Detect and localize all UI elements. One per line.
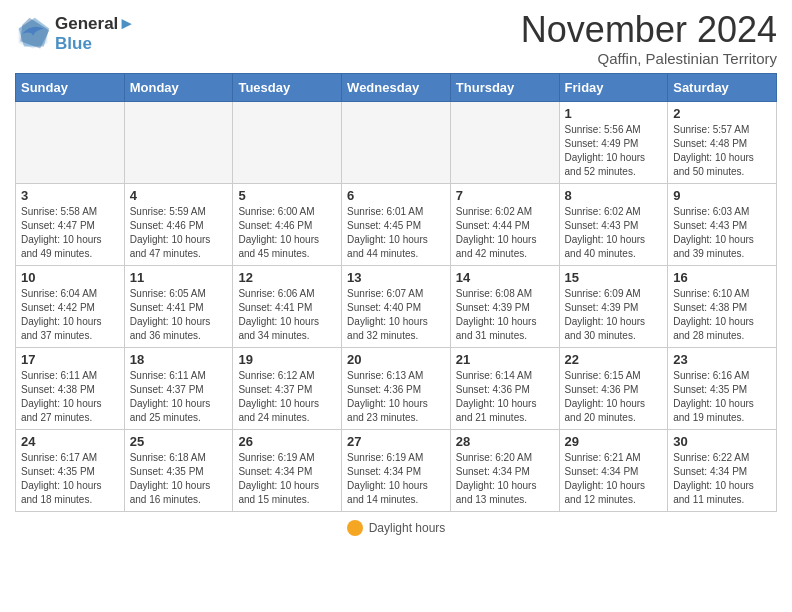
calendar-cell: 1Sunrise: 5:56 AM Sunset: 4:49 PM Daylig… xyxy=(559,101,668,183)
day-info: Sunrise: 6:02 AM Sunset: 4:43 PM Dayligh… xyxy=(565,205,663,261)
calendar-cell xyxy=(16,101,125,183)
calendar-cell: 30Sunrise: 6:22 AM Sunset: 4:34 PM Dayli… xyxy=(668,429,777,511)
logo-icon xyxy=(15,16,51,52)
calendar-week-row: 3Sunrise: 5:58 AM Sunset: 4:47 PM Daylig… xyxy=(16,183,777,265)
day-info: Sunrise: 6:05 AM Sunset: 4:41 PM Dayligh… xyxy=(130,287,228,343)
day-number: 15 xyxy=(565,270,663,285)
day-number: 22 xyxy=(565,352,663,367)
calendar-cell: 11Sunrise: 6:05 AM Sunset: 4:41 PM Dayli… xyxy=(124,265,233,347)
header-thursday: Thursday xyxy=(450,73,559,101)
footer: Daylight hours xyxy=(15,520,777,536)
calendar-cell: 8Sunrise: 6:02 AM Sunset: 4:43 PM Daylig… xyxy=(559,183,668,265)
day-info: Sunrise: 6:12 AM Sunset: 4:37 PM Dayligh… xyxy=(238,369,336,425)
calendar-week-row: 1Sunrise: 5:56 AM Sunset: 4:49 PM Daylig… xyxy=(16,101,777,183)
day-info: Sunrise: 5:56 AM Sunset: 4:49 PM Dayligh… xyxy=(565,123,663,179)
day-number: 28 xyxy=(456,434,554,449)
calendar-cell: 19Sunrise: 6:12 AM Sunset: 4:37 PM Dayli… xyxy=(233,347,342,429)
calendar-cell: 4Sunrise: 5:59 AM Sunset: 4:46 PM Daylig… xyxy=(124,183,233,265)
day-info: Sunrise: 6:19 AM Sunset: 4:34 PM Dayligh… xyxy=(347,451,445,507)
calendar-cell: 5Sunrise: 6:00 AM Sunset: 4:46 PM Daylig… xyxy=(233,183,342,265)
calendar-cell: 2Sunrise: 5:57 AM Sunset: 4:48 PM Daylig… xyxy=(668,101,777,183)
calendar-cell: 24Sunrise: 6:17 AM Sunset: 4:35 PM Dayli… xyxy=(16,429,125,511)
header-friday: Friday xyxy=(559,73,668,101)
weekday-header-row: Sunday Monday Tuesday Wednesday Thursday… xyxy=(16,73,777,101)
day-info: Sunrise: 6:21 AM Sunset: 4:34 PM Dayligh… xyxy=(565,451,663,507)
calendar-cell xyxy=(342,101,451,183)
day-number: 21 xyxy=(456,352,554,367)
day-number: 13 xyxy=(347,270,445,285)
calendar-week-row: 10Sunrise: 6:04 AM Sunset: 4:42 PM Dayli… xyxy=(16,265,777,347)
day-number: 5 xyxy=(238,188,336,203)
day-number: 7 xyxy=(456,188,554,203)
calendar-cell: 10Sunrise: 6:04 AM Sunset: 4:42 PM Dayli… xyxy=(16,265,125,347)
calendar-cell: 14Sunrise: 6:08 AM Sunset: 4:39 PM Dayli… xyxy=(450,265,559,347)
day-info: Sunrise: 6:04 AM Sunset: 4:42 PM Dayligh… xyxy=(21,287,119,343)
calendar-cell: 17Sunrise: 6:11 AM Sunset: 4:38 PM Dayli… xyxy=(16,347,125,429)
header-wednesday: Wednesday xyxy=(342,73,451,101)
calendar-cell: 18Sunrise: 6:11 AM Sunset: 4:37 PM Dayli… xyxy=(124,347,233,429)
day-number: 14 xyxy=(456,270,554,285)
day-info: Sunrise: 6:15 AM Sunset: 4:36 PM Dayligh… xyxy=(565,369,663,425)
day-info: Sunrise: 6:00 AM Sunset: 4:46 PM Dayligh… xyxy=(238,205,336,261)
day-info: Sunrise: 6:22 AM Sunset: 4:34 PM Dayligh… xyxy=(673,451,771,507)
day-number: 30 xyxy=(673,434,771,449)
sun-icon xyxy=(347,520,363,536)
day-number: 29 xyxy=(565,434,663,449)
calendar-cell: 7Sunrise: 6:02 AM Sunset: 4:44 PM Daylig… xyxy=(450,183,559,265)
calendar-cell: 6Sunrise: 6:01 AM Sunset: 4:45 PM Daylig… xyxy=(342,183,451,265)
calendar-week-row: 24Sunrise: 6:17 AM Sunset: 4:35 PM Dayli… xyxy=(16,429,777,511)
day-info: Sunrise: 6:11 AM Sunset: 4:38 PM Dayligh… xyxy=(21,369,119,425)
day-number: 11 xyxy=(130,270,228,285)
header: General► Blue November 2024 Qaffin, Pale… xyxy=(15,10,777,67)
header-sunday: Sunday xyxy=(16,73,125,101)
day-info: Sunrise: 5:57 AM Sunset: 4:48 PM Dayligh… xyxy=(673,123,771,179)
calendar-cell: 9Sunrise: 6:03 AM Sunset: 4:43 PM Daylig… xyxy=(668,183,777,265)
calendar-cell: 25Sunrise: 6:18 AM Sunset: 4:35 PM Dayli… xyxy=(124,429,233,511)
calendar-cell: 3Sunrise: 5:58 AM Sunset: 4:47 PM Daylig… xyxy=(16,183,125,265)
calendar-week-row: 17Sunrise: 6:11 AM Sunset: 4:38 PM Dayli… xyxy=(16,347,777,429)
calendar-table: Sunday Monday Tuesday Wednesday Thursday… xyxy=(15,73,777,512)
day-info: Sunrise: 6:16 AM Sunset: 4:35 PM Dayligh… xyxy=(673,369,771,425)
header-tuesday: Tuesday xyxy=(233,73,342,101)
day-number: 24 xyxy=(21,434,119,449)
calendar-cell: 28Sunrise: 6:20 AM Sunset: 4:34 PM Dayli… xyxy=(450,429,559,511)
day-info: Sunrise: 6:09 AM Sunset: 4:39 PM Dayligh… xyxy=(565,287,663,343)
logo: General► Blue xyxy=(15,14,135,54)
day-info: Sunrise: 6:14 AM Sunset: 4:36 PM Dayligh… xyxy=(456,369,554,425)
header-saturday: Saturday xyxy=(668,73,777,101)
day-number: 3 xyxy=(21,188,119,203)
calendar-cell: 13Sunrise: 6:07 AM Sunset: 4:40 PM Dayli… xyxy=(342,265,451,347)
calendar-cell: 21Sunrise: 6:14 AM Sunset: 4:36 PM Dayli… xyxy=(450,347,559,429)
calendar-cell: 12Sunrise: 6:06 AM Sunset: 4:41 PM Dayli… xyxy=(233,265,342,347)
day-number: 17 xyxy=(21,352,119,367)
calendar-cell: 27Sunrise: 6:19 AM Sunset: 4:34 PM Dayli… xyxy=(342,429,451,511)
calendar-cell xyxy=(450,101,559,183)
calendar-cell: 26Sunrise: 6:19 AM Sunset: 4:34 PM Dayli… xyxy=(233,429,342,511)
logo-text: General► Blue xyxy=(55,14,135,54)
calendar-cell: 22Sunrise: 6:15 AM Sunset: 4:36 PM Dayli… xyxy=(559,347,668,429)
day-number: 19 xyxy=(238,352,336,367)
day-info: Sunrise: 6:20 AM Sunset: 4:34 PM Dayligh… xyxy=(456,451,554,507)
day-info: Sunrise: 6:13 AM Sunset: 4:36 PM Dayligh… xyxy=(347,369,445,425)
day-info: Sunrise: 6:08 AM Sunset: 4:39 PM Dayligh… xyxy=(456,287,554,343)
day-number: 26 xyxy=(238,434,336,449)
day-number: 20 xyxy=(347,352,445,367)
calendar-cell: 29Sunrise: 6:21 AM Sunset: 4:34 PM Dayli… xyxy=(559,429,668,511)
day-number: 4 xyxy=(130,188,228,203)
day-info: Sunrise: 6:19 AM Sunset: 4:34 PM Dayligh… xyxy=(238,451,336,507)
day-info: Sunrise: 6:02 AM Sunset: 4:44 PM Dayligh… xyxy=(456,205,554,261)
day-number: 23 xyxy=(673,352,771,367)
day-info: Sunrise: 6:11 AM Sunset: 4:37 PM Dayligh… xyxy=(130,369,228,425)
day-number: 18 xyxy=(130,352,228,367)
day-number: 6 xyxy=(347,188,445,203)
day-number: 1 xyxy=(565,106,663,121)
calendar-cell: 16Sunrise: 6:10 AM Sunset: 4:38 PM Dayli… xyxy=(668,265,777,347)
day-info: Sunrise: 5:59 AM Sunset: 4:46 PM Dayligh… xyxy=(130,205,228,261)
day-info: Sunrise: 6:10 AM Sunset: 4:38 PM Dayligh… xyxy=(673,287,771,343)
day-info: Sunrise: 6:06 AM Sunset: 4:41 PM Dayligh… xyxy=(238,287,336,343)
day-number: 25 xyxy=(130,434,228,449)
calendar-cell: 15Sunrise: 6:09 AM Sunset: 4:39 PM Dayli… xyxy=(559,265,668,347)
calendar-cell xyxy=(233,101,342,183)
day-number: 2 xyxy=(673,106,771,121)
subtitle: Qaffin, Palestinian Territory xyxy=(521,50,777,67)
